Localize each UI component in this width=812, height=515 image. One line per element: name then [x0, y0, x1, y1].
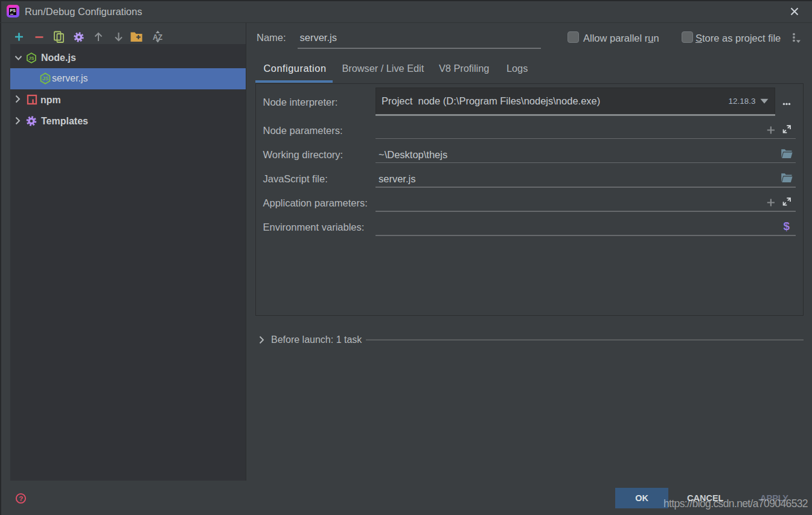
svg-text:$: $ — [784, 220, 790, 232]
svg-text:JS: JS — [28, 56, 34, 61]
svg-text:?: ? — [19, 495, 23, 502]
svg-text:JS: JS — [42, 75, 49, 82]
